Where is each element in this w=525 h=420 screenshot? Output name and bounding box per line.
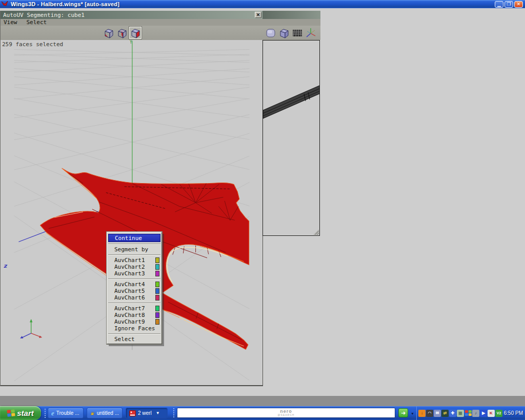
- menu-item-auvchart1[interactable]: AuvChart1: [107, 257, 161, 264]
- menu-item-ignore-faces[interactable]: Ignore Faces: [107, 325, 161, 332]
- k-app-tray-icon[interactable]: K: [488, 410, 495, 417]
- wings3d-app-icon: [2, 1, 8, 7]
- geometry-viewport[interactable]: [262, 40, 320, 236]
- taskbar: start e Trouble ... untitled ... 2 werl …: [0, 406, 525, 420]
- task-button-label: 2 werl: [138, 410, 152, 416]
- smooth-shaded-cube-icon[interactable]: [265, 27, 277, 39]
- menu-item-auvchart9[interactable]: AuvChart9: [107, 318, 161, 325]
- chart-color-swatch: [155, 288, 159, 294]
- main-window-toolbar: [262, 26, 320, 40]
- windows-tray-icon[interactable]: [465, 410, 472, 417]
- v2-app-tray-icon[interactable]: V2: [495, 410, 502, 417]
- deskband-grip[interactable]: [173, 408, 175, 417]
- task-button-untitled[interactable]: untitled ...: [87, 408, 123, 418]
- messenger-tray-icon[interactable]: ✉: [434, 410, 441, 417]
- segment-cube-middle-face-icon[interactable]: [116, 27, 128, 39]
- start-label: start: [17, 409, 34, 417]
- taskbar-grip[interactable]: [45, 409, 46, 418]
- chart-color-swatch: [155, 312, 159, 318]
- menu-item-label: AuvChart4: [114, 281, 154, 288]
- task-button-label: untitled ...: [97, 410, 119, 416]
- menu-item-select[interactable]: Select: [107, 336, 161, 343]
- chart-color-swatch: [155, 319, 159, 325]
- task-button-label: Trouble ...: [56, 410, 79, 416]
- geometry-canvas: [263, 41, 319, 235]
- system-tray: ↓◠✉⇄✚▦♪▶KV2: [416, 406, 502, 420]
- search-go-button[interactable]: ➜: [398, 408, 408, 417]
- menu-item-label: Ignore Faces: [114, 325, 159, 332]
- chart-color-swatch: [155, 306, 159, 311]
- chart-color-swatch: [155, 271, 159, 276]
- ground-grid-toggle-icon[interactable]: [291, 27, 304, 39]
- menu-item-continue[interactable]: Continue: [108, 234, 160, 242]
- menu-separator: [108, 303, 160, 304]
- desktop: Wings3D - Halberd.wings* [auto-saved] ▁ …: [0, 0, 525, 420]
- menu-item-segment-by[interactable]: Segment by: [107, 246, 161, 253]
- autouv-titlebar[interactable]: AutoUV Segmenting: cube1 ✕: [1, 11, 263, 19]
- window-title: Wings3D - Halberd.wings* [auto-saved]: [11, 1, 119, 7]
- autouv-close-button[interactable]: ✕: [255, 12, 261, 18]
- halberd-shaft-model[interactable]: [263, 85, 319, 118]
- minimize-button[interactable]: ▁: [495, 1, 503, 8]
- z-axis-label: z: [4, 263, 7, 269]
- menu-item-label: Segment by: [114, 246, 159, 253]
- y-axis-label: Y: [130, 40, 132, 45]
- axes-toggle-icon[interactable]: [305, 27, 317, 39]
- start-button[interactable]: start: [0, 406, 41, 420]
- menu-separator: [108, 244, 160, 245]
- menu-item-auvchart7[interactable]: AuvChart7: [107, 305, 161, 312]
- menu-item-auvchart8[interactable]: AuvChart8: [107, 312, 161, 318]
- close-button[interactable]: ✕: [514, 1, 523, 8]
- menu-item-auvchart4[interactable]: AuvChart4: [107, 281, 161, 288]
- steam-tray-icon[interactable]: ◠: [426, 410, 433, 417]
- taskbar-clock: 6:50 PM: [504, 406, 523, 420]
- shield-tray-icon[interactable]: ✚: [449, 410, 456, 417]
- network-tray-icon[interactable]: ▦: [457, 410, 464, 417]
- chart-color-swatch: [155, 295, 159, 301]
- nero-search-logo: nero @SEARCH: [278, 409, 295, 416]
- menu-item-auvchart5[interactable]: AuvChart5: [107, 288, 161, 294]
- chart-color-swatch: [155, 257, 159, 263]
- segment-cube-bottom-face-icon[interactable]: [103, 27, 115, 39]
- menu-item-label: AuvChart3: [114, 270, 154, 277]
- chart-color-swatch: [155, 282, 159, 287]
- resize-grip[interactable]: [313, 229, 319, 235]
- menu-item-label: AuvChart8: [114, 312, 154, 318]
- task-button-werl-group[interactable]: 2 werl ▼: [126, 408, 168, 418]
- menu-item-label: AuvChart2: [114, 264, 154, 270]
- menu-separator: [108, 254, 160, 255]
- window-titlebar[interactable]: Wings3D - Halberd.wings* [auto-saved] ▁ …: [0, 0, 525, 8]
- menu-select[interactable]: Select: [27, 19, 47, 26]
- autouv-toolbar: [1, 26, 263, 40]
- search-dropdown-icon[interactable]: ▼: [411, 412, 414, 415]
- menu-view[interactable]: View: [4, 19, 17, 26]
- media-player-tray-icon[interactable]: ▶: [480, 410, 487, 417]
- menu-separator: [108, 333, 160, 334]
- menu-separator: [108, 278, 160, 279]
- autouv-title: AutoUV Segmenting: cube1: [3, 12, 85, 18]
- wings3d-icon: [90, 410, 95, 416]
- windows-flag-icon: [7, 409, 15, 416]
- menu-item-label: AuvChart7: [114, 305, 154, 312]
- menu-item-label: Select: [114, 336, 159, 343]
- mini-axes-icon: [20, 319, 42, 338]
- download-manager-tray-icon[interactable]: ↓: [418, 410, 426, 417]
- nero-search-input[interactable]: nero @SEARCH: [177, 408, 395, 418]
- menu-item-label: AuvChart6: [114, 294, 154, 301]
- restore-button[interactable]: ❐: [504, 1, 513, 8]
- menu-item-auvchart6[interactable]: AuvChart6: [107, 294, 161, 301]
- menu-item-label: AuvChart9: [114, 318, 154, 325]
- volume-tray-icon[interactable]: ♪: [472, 410, 479, 417]
- segment-cube-right-face-icon[interactable]: [129, 27, 142, 39]
- menu-item-auvchart3[interactable]: AuvChart3: [107, 270, 161, 277]
- wireframe-cube-icon[interactable]: [278, 27, 290, 39]
- window-bottom-band: [0, 396, 525, 406]
- main-window-header-strip: [262, 11, 320, 19]
- context-menu: ContinueSegment byAuvChart1AuvChart2AuvC…: [107, 232, 162, 344]
- menu-item-auvchart2[interactable]: AuvChart2: [107, 264, 161, 270]
- werl-icon: [129, 410, 136, 416]
- status-faces-selected: 259 faces selected: [2, 41, 63, 48]
- menu-item-label: AuvChart5: [114, 288, 154, 294]
- graphics-utility-tray-icon[interactable]: ⇄: [441, 410, 449, 417]
- task-button-trouble[interactable]: e Trouble ...: [48, 408, 84, 418]
